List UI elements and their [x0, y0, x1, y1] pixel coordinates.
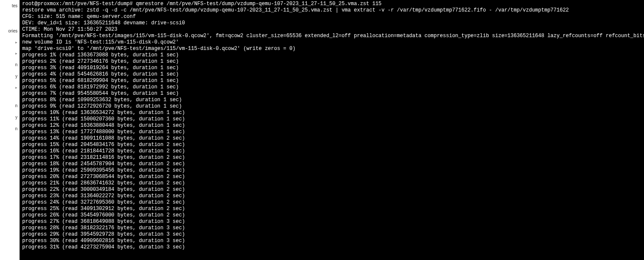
- terminal-line: Formatting '/mnt/pve/NFS-test/images/115…: [22, 33, 641, 39]
- terminal-line: progress 29% (read 39545929728 bytes, du…: [22, 231, 641, 238]
- terminal-line: CTIME: Mon Nov 27 11:50:27 2023: [22, 26, 641, 33]
- terminal-line: progress 16% (read 21818441728 bytes, du…: [22, 148, 641, 155]
- sidebar-item[interactable]: tes: [0, 0, 19, 12]
- terminal-line: progress 31% (read 42273275904 bytes, du…: [22, 244, 641, 251]
- sidebar-item[interactable]: y: [0, 111, 19, 123]
- sidebar-item[interactable]: ▸: [0, 48, 19, 59]
- app-root: tesories▸▸ny▸nyn root@proxmox:/mnt/pve/N…: [0, 0, 644, 260]
- terminal-line: progress 23% (read 31364022272 bytes, du…: [22, 193, 641, 199]
- sidebar-item-label: y: [15, 74, 17, 79]
- terminal-line: progress 30% (read 40909602816 bytes, du…: [22, 238, 641, 244]
- terminal-line: progress 11% (read 15000207360 bytes, du…: [22, 116, 641, 123]
- terminal-line: root@proxmox:/mnt/pve/NFS-test/dump# qmr…: [22, 1, 641, 7]
- sidebar-item-label: n: [15, 103, 17, 108]
- terminal-line: progress 10% (read 13636534272 bytes, du…: [22, 110, 641, 116]
- terminal-line: map 'drive-scsi0' to '/mnt/pve/NFS-test/…: [22, 46, 641, 52]
- chevron-right-icon: ▸: [15, 85, 17, 90]
- terminal-line: progress 24% (read 32727695360 bytes, du…: [22, 199, 641, 206]
- sidebar-item-label: n: [15, 126, 17, 131]
- terminal-line: progress 1% (read 1363673088 bytes, dura…: [22, 52, 641, 58]
- sidebar-item[interactable]: y: [0, 70, 19, 82]
- chevron-right-icon: ▸: [15, 40, 17, 44]
- terminal-line: progress 7% (read 9545580544 bytes, dura…: [22, 91, 641, 97]
- terminal-line: progress 27% (read 36818649088 bytes, du…: [22, 219, 641, 225]
- terminal-line: CFG: size: 515 name: qemu-server.conf: [22, 14, 641, 20]
- terminal-line: progress 14% (read 19091161088 bytes, du…: [22, 135, 641, 142]
- sidebar-item-label: n: [15, 62, 17, 67]
- sidebar-item[interactable]: [0, 93, 19, 100]
- terminal-line: progress 9% (read 12272926720 bytes, dur…: [22, 103, 641, 110]
- terminal-output[interactable]: root@proxmox:/mnt/pve/NFS-test/dump# qmr…: [20, 0, 644, 260]
- terminal-line: progress 19% (read 25909395456 bytes, du…: [22, 167, 641, 174]
- sidebar-item[interactable]: ▸: [0, 37, 19, 48]
- terminal-line: progress 12% (read 16363880448 bytes, du…: [22, 123, 641, 129]
- terminal-line: progress 15% (read 20454834176 bytes, du…: [22, 142, 641, 148]
- terminal-line: progress 18% (read 24545787904 bytes, du…: [22, 161, 641, 167]
- terminal-line: progress 21% (read 28636741632 bytes, du…: [22, 180, 641, 187]
- sidebar-item[interactable]: ▸: [0, 82, 19, 93]
- sidebar-item[interactable]: [0, 12, 19, 18]
- sidebar-item-label: y: [15, 115, 17, 120]
- chevron-right-icon: ▸: [15, 51, 17, 56]
- terminal-line: progress 5% (read 6818299904 bytes, dura…: [22, 78, 641, 84]
- sidebar-item[interactable]: ories: [0, 25, 19, 37]
- terminal-line: progress 22% (read 30000349184 bytes, du…: [22, 187, 641, 193]
- sidebar-item[interactable]: n: [0, 59, 19, 70]
- sidebar-item[interactable]: n: [0, 123, 19, 134]
- terminal-line: progress 6% (read 8181972992 bytes, dura…: [22, 84, 641, 91]
- terminal-line: progress 2% (read 2727346176 bytes, dura…: [22, 58, 641, 65]
- sidebar-item-label: ories: [8, 29, 17, 33]
- terminal-line: DEV: dev_id=1 size: 136365211648 devname…: [22, 20, 641, 26]
- terminal-line: progress 26% (read 35454976000 bytes, du…: [22, 212, 641, 219]
- sidebar-item[interactable]: [0, 18, 19, 25]
- terminal-line: progress 3% (read 4091019264 bytes, dura…: [22, 65, 641, 71]
- sidebar-nav: tesories▸▸ny▸nyn: [0, 0, 20, 260]
- terminal-line: progress 28% (read 38182322176 bytes, du…: [22, 225, 641, 231]
- sidebar-item[interactable]: n: [0, 100, 19, 111]
- terminal-line: new volume ID is 'NFS-test:115/vm-115-di…: [22, 39, 641, 46]
- terminal-line: progress 8% (read 10909253632 bytes, dur…: [22, 97, 641, 103]
- sidebar-item-label: tes: [12, 3, 17, 8]
- terminal-line: progress 17% (read 23182114816 bytes, du…: [22, 155, 641, 161]
- terminal-line: progress 4% (read 5454626816 bytes, dura…: [22, 71, 641, 78]
- terminal-line: progress 13% (read 17727488000 bytes, du…: [22, 129, 641, 135]
- terminal-line: progress 25% (read 34091302912 bytes, du…: [22, 206, 641, 212]
- terminal-line: restore vma archive: zstd -q -d -c /mnt/…: [22, 7, 641, 14]
- terminal-line: progress 20% (read 27273068544 bytes, du…: [22, 174, 641, 180]
